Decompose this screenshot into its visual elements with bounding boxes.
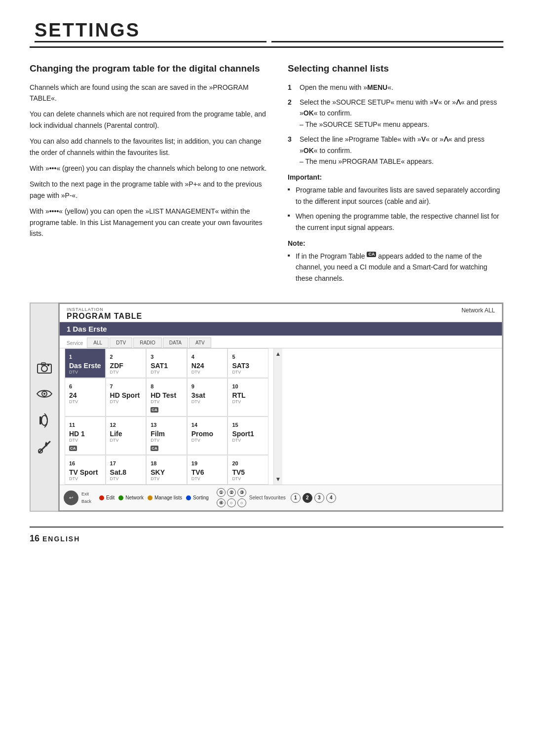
channel-name: Sat.8 bbox=[110, 468, 142, 476]
ca-badge: CA bbox=[151, 446, 158, 451]
edit-button[interactable]: Edit bbox=[99, 495, 114, 500]
channel-cell-12[interactable]: 12LifeDTV bbox=[106, 416, 147, 455]
important-list: Programe table and favourites lists are … bbox=[288, 185, 503, 233]
camera-icon bbox=[36, 358, 53, 376]
channel-type: DTV bbox=[232, 399, 264, 404]
channel-cell-7[interactable]: 7HD SportDTV bbox=[106, 378, 147, 416]
channel-cell-6[interactable]: 624DTV bbox=[65, 378, 106, 416]
step-1-num: 1 bbox=[288, 82, 296, 93]
channel-cell-10[interactable]: 10RTLDTV bbox=[228, 378, 268, 416]
steps-list: 1 Open the menu with »MENU«. 2 Select th… bbox=[288, 82, 503, 167]
exit-section: ↩ Exit Back bbox=[64, 491, 91, 505]
left-para-6: With »••••« (yellow) you can open the »L… bbox=[30, 206, 268, 239]
fav-numbers-row: 1 2 3 4 bbox=[291, 493, 336, 503]
scroll-down-arrow[interactable]: ▼ bbox=[275, 476, 281, 483]
channel-cell-16[interactable]: 16TV SportDTV bbox=[65, 455, 106, 485]
eye-icon bbox=[36, 385, 53, 403]
svg-point-1 bbox=[41, 366, 47, 372]
channel-name: SAT1 bbox=[151, 362, 183, 370]
fav-circle-3: ③ bbox=[237, 488, 246, 497]
channel-type: DTV bbox=[69, 476, 101, 481]
fav-num-4[interactable]: 4 bbox=[326, 493, 336, 503]
yellow-dot bbox=[148, 495, 152, 500]
selected-channel-text: 1 Das Erste bbox=[67, 325, 107, 333]
channel-cell-14[interactable]: 14PromoDTV bbox=[187, 416, 228, 455]
important-label: Important: bbox=[288, 173, 322, 181]
channel-cell-15[interactable]: 15Sport1DTV bbox=[228, 416, 268, 455]
channel-type: DTV bbox=[110, 370, 142, 375]
step-2: 2 Select the »SOURCE SETUP« menu with »V… bbox=[288, 97, 503, 130]
channel-name: 3sat bbox=[191, 391, 224, 399]
channel-type: DTV bbox=[110, 476, 142, 481]
step-3-text: Select the line »Programe Table« with »V… bbox=[300, 134, 503, 167]
language-label: ENGLISH bbox=[42, 535, 80, 543]
left-section: Changing the program table for the digit… bbox=[30, 63, 268, 288]
step-1-text: Open the menu with »MENU«. bbox=[300, 82, 503, 93]
channel-number: 1 bbox=[69, 354, 72, 360]
select-favourites-label: Select favourites bbox=[249, 495, 286, 500]
channel-cell-5[interactable]: 5SAT3DTV bbox=[228, 348, 268, 378]
channel-cell-2[interactable]: 2ZDFDTV bbox=[106, 348, 147, 378]
channel-cell-3[interactable]: 3SAT1DTV bbox=[146, 348, 187, 378]
channel-name: TV5 bbox=[232, 468, 264, 476]
favourites-section: ① ② ③ ④ ○ ○ Select favourites 1 2 3 4 bbox=[217, 488, 336, 507]
fav-num-2[interactable]: 2 bbox=[303, 493, 312, 503]
scroll-bar[interactable]: ▲ ▼ bbox=[273, 348, 282, 485]
tab-radio[interactable]: RADIO bbox=[133, 338, 162, 348]
channel-name: HD Sport bbox=[110, 391, 142, 399]
step-3: 3 Select the line »Programe Table« with … bbox=[288, 134, 503, 167]
left-heading: Changing the program table for the digit… bbox=[30, 63, 268, 75]
fav-circle-5: ○ bbox=[227, 498, 236, 507]
bottom-button-bar: ↩ Exit Back Edit Network Manage li bbox=[60, 485, 502, 510]
channel-number: 17 bbox=[110, 460, 116, 466]
channel-number: 15 bbox=[232, 422, 238, 428]
channel-type: DTV bbox=[69, 438, 101, 443]
step-2-num: 2 bbox=[288, 97, 296, 130]
tab-dtv[interactable]: DTV bbox=[110, 338, 132, 348]
channel-cell-11[interactable]: 11HD 1DTVCA bbox=[65, 416, 106, 455]
channel-type: DTV bbox=[151, 370, 183, 375]
channel-cell-9[interactable]: 93satDTV bbox=[187, 378, 228, 416]
exit-button[interactable]: ↩ bbox=[64, 491, 78, 505]
tab-all[interactable]: ALL bbox=[87, 338, 109, 348]
manage-lists-label: Manage lists bbox=[154, 495, 182, 500]
channel-type: DTV bbox=[69, 399, 101, 404]
channel-type: DTV bbox=[191, 438, 224, 443]
program-table-screen: INSTALLATION PROGRAM TABLE Network ALL 1… bbox=[58, 302, 503, 512]
channel-cell-20[interactable]: 20TV5DTV bbox=[228, 455, 268, 485]
manage-lists-button[interactable]: Manage lists bbox=[148, 495, 182, 500]
note-section: Note: If in the Program Table CA appears… bbox=[288, 239, 503, 284]
important-item-2: When opening the programme table, the re… bbox=[288, 211, 503, 233]
channel-type: DTV bbox=[232, 476, 264, 481]
channel-cell-19[interactable]: 19TV6DTV bbox=[187, 455, 228, 485]
channel-type: DTV bbox=[110, 438, 142, 443]
channel-type: DTV bbox=[110, 399, 142, 404]
left-para-1: Channels which are found using the scan … bbox=[30, 82, 268, 104]
channel-cell-4[interactable]: 4N24DTV bbox=[187, 348, 228, 378]
channel-cell-13[interactable]: 13FilmDTVCA bbox=[146, 416, 187, 455]
channel-number: 13 bbox=[151, 422, 156, 428]
network-button[interactable]: Network bbox=[118, 495, 144, 500]
svg-point-6 bbox=[41, 416, 47, 425]
network-button-label: Network bbox=[125, 495, 144, 500]
scroll-up-arrow[interactable]: ▲ bbox=[275, 350, 281, 357]
channel-name: HD Test bbox=[151, 391, 183, 399]
channel-cell-17[interactable]: 17Sat.8DTV bbox=[106, 455, 147, 485]
channel-number: 16 bbox=[69, 460, 75, 466]
channel-cell-1[interactable]: 1Das ErsteDTV bbox=[65, 348, 106, 378]
fav-num-1[interactable]: 1 bbox=[291, 493, 301, 503]
fav-num-3[interactable]: 3 bbox=[314, 493, 324, 503]
right-section: Selecting channel lists 1 Open the menu … bbox=[288, 63, 503, 288]
tab-data[interactable]: DATA bbox=[163, 338, 188, 348]
channel-name: SAT3 bbox=[232, 362, 264, 370]
channel-number: 11 bbox=[69, 422, 75, 428]
channel-grid-container: 1Das ErsteDTV2ZDFDTV3SAT1DTV4N24DTV5SAT3… bbox=[60, 348, 502, 485]
fav-circles-grid: ① ② ③ ④ ○ ○ bbox=[217, 488, 246, 507]
tab-atv[interactable]: ATV bbox=[189, 338, 211, 348]
channel-type: DTV bbox=[151, 438, 183, 443]
channel-cell-18[interactable]: 18SKYDTV bbox=[146, 455, 187, 485]
sorting-button[interactable]: Sorting bbox=[186, 495, 209, 500]
channel-number: 5 bbox=[232, 354, 235, 360]
channel-cell-8[interactable]: 8HD TestDTVCA bbox=[146, 378, 187, 416]
channel-grid: 1Das ErsteDTV2ZDFDTV3SAT1DTV4N24DTV5SAT3… bbox=[60, 348, 273, 485]
